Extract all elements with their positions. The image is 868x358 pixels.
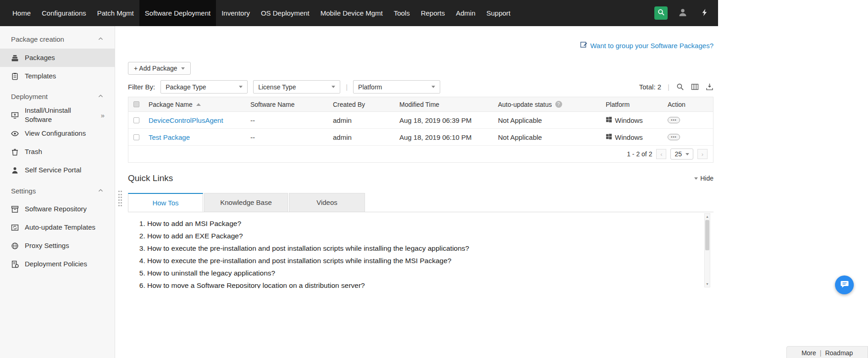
nav-home[interactable]: Home (7, 0, 36, 26)
sidebar-section-deployment[interactable]: Deployment (0, 85, 115, 106)
tab-how-tos[interactable]: How Tos (128, 193, 203, 212)
previous-page-button[interactable]: ‹ (656, 149, 666, 159)
table-search-icon[interactable] (676, 83, 684, 91)
action-cell: ••• (668, 134, 713, 140)
export-icon[interactable] (705, 83, 713, 91)
scroll-up-icon[interactable]: ▲ (705, 214, 710, 220)
sidebar-section-settings[interactable]: Settings (0, 180, 115, 200)
row-actions-icon[interactable]: ••• (668, 117, 680, 123)
filter-divider: | (346, 83, 348, 91)
how-tos-list: How to add an MSI Package? How to add an… (128, 220, 713, 288)
global-search-button[interactable] (654, 6, 668, 20)
roadmap-link[interactable]: Roadmap (825, 349, 853, 357)
sidebar-item-trash[interactable]: Trash (0, 143, 115, 161)
page-size-dropdown[interactable]: 25 (670, 149, 693, 160)
submenu-expand-icon[interactable]: » (101, 111, 105, 119)
license-type-dropdown[interactable]: License Type (253, 80, 340, 94)
column-chooser-icon[interactable] (691, 83, 699, 91)
more-link[interactable]: More (802, 349, 816, 357)
header-platform[interactable]: Platform (606, 101, 668, 108)
row-actions-icon[interactable]: ••• (668, 134, 680, 140)
sidebar-item-auto-update-templates[interactable]: Auto-update Templates (0, 219, 115, 237)
section-title: Settings (11, 187, 36, 195)
live-agent-button[interactable] (676, 6, 690, 20)
sidebar-item-packages[interactable]: Packages (0, 49, 115, 67)
tab-knowledge-base[interactable]: Knowledge Base (204, 193, 288, 212)
sidebar-item-self-service-portal[interactable]: Self Service Portal (0, 161, 115, 180)
header-created-by[interactable]: Created By (333, 101, 399, 108)
scrollbar-thumb[interactable] (705, 220, 709, 250)
group-packages-link[interactable]: Want to group your Software Packages? (590, 42, 713, 50)
sidebar-item-label: Install/Uninstall Software (25, 106, 95, 125)
search-icon (658, 9, 665, 18)
nav-configurations[interactable]: Configurations (36, 0, 92, 26)
chat-bubble-icon (840, 280, 849, 291)
section-title: Deployment (11, 93, 48, 100)
software-repository-icon (11, 205, 19, 213)
chevron-down-icon (694, 177, 698, 180)
sidebar-item-label: View Configurations (25, 129, 86, 138)
package-name-cell: DeviceControlPlusAgent (144, 116, 250, 124)
next-page-button[interactable]: › (697, 149, 708, 159)
sidebar-item-view-configurations[interactable]: View Configurations (0, 125, 115, 143)
row-checkbox[interactable] (133, 134, 139, 140)
sidebar-item-label: Templates (25, 72, 56, 81)
sidebar-item-label: Packages (25, 53, 55, 62)
package-type-dropdown[interactable]: Package Type (160, 80, 248, 94)
nav-reports[interactable]: Reports (415, 0, 451, 26)
tab-videos[interactable]: Videos (289, 193, 365, 212)
pagination-range: 1 - 2 of 2 (627, 150, 652, 158)
how-to-link[interactable]: How to move a Software Repository locati… (147, 281, 713, 288)
package-link[interactable]: DeviceControlPlusAgent (149, 116, 223, 124)
platform-cell: Windows (606, 116, 668, 124)
quick-actions-button[interactable] (698, 6, 712, 20)
nav-inventory[interactable]: Inventory (216, 0, 255, 26)
filter-by-label: Filter By: (128, 83, 155, 91)
how-to-link[interactable]: How to execute the pre-installation and … (147, 257, 713, 265)
nav-software-deployment[interactable]: Software Deployment (139, 0, 216, 26)
help-icon[interactable]: ? (555, 101, 562, 108)
panel-resize-grip[interactable] (118, 191, 122, 206)
sidebar-item-deployment-policies[interactable]: Deployment Policies (0, 255, 115, 274)
sidebar-item-install-uninstall-software[interactable]: Install/Uninstall Software » (0, 106, 115, 125)
nav-mobile-device-mgmt[interactable]: Mobile Device Mgmt (315, 0, 388, 26)
auto-update-status-cell: Not Applicable (498, 116, 606, 124)
vertical-scrollbar[interactable]: ▲ ▼ (704, 213, 710, 287)
hide-quick-links-link[interactable]: Hide (694, 175, 713, 182)
sidebar-item-proxy-settings[interactable]: Proxy Settings (0, 237, 115, 255)
nav-tools[interactable]: Tools (388, 0, 415, 26)
dropdown-value: Package Type (166, 83, 206, 91)
header-package-name[interactable]: Package Name (144, 101, 250, 108)
sidebar: Package creation Packages Templates Depl… (0, 26, 115, 358)
row-checkbox-cell (128, 117, 144, 123)
header-auto-update-status[interactable]: Auto-update status ? (498, 101, 606, 108)
header-software-name[interactable]: Software Name (250, 101, 333, 108)
sidebar-item-software-repository[interactable]: Software Repository (0, 200, 115, 219)
sidebar-item-label: Auto-update Templates (25, 223, 95, 232)
nav-os-deployment[interactable]: OS Deployment (255, 0, 315, 26)
sidebar-section-package-creation[interactable]: Package creation (0, 32, 115, 49)
footer-divider: | (820, 349, 822, 357)
trash-icon (11, 148, 19, 156)
nav-admin[interactable]: Admin (450, 0, 481, 26)
how-to-link[interactable]: How to uninstall the legacy applications… (147, 269, 713, 277)
package-link[interactable]: Test Package (149, 133, 190, 141)
chevron-up-icon (98, 35, 104, 43)
row-checkbox[interactable] (133, 117, 139, 123)
filter-bar: Filter By: Package Type License Type | P… (128, 80, 713, 94)
chevron-down-icon (431, 86, 435, 88)
chat-widget-button[interactable] (835, 275, 854, 294)
nav-support[interactable]: Support (481, 0, 516, 26)
select-all-checkbox[interactable] (133, 101, 139, 107)
sidebar-item-templates[interactable]: Templates (0, 67, 115, 85)
how-to-link[interactable]: How to add an EXE Package? (147, 232, 713, 240)
how-to-link[interactable]: How to add an MSI Package? (147, 220, 713, 228)
view-configurations-icon (11, 130, 19, 138)
nav-patch-mgmt[interactable]: Patch Mgmt (92, 0, 139, 26)
header-modified-time[interactable]: Modified Time (399, 101, 498, 108)
quick-links-header: Quick Links Hide (128, 173, 713, 183)
add-package-button[interactable]: + Add Package (128, 62, 191, 75)
scroll-down-icon[interactable]: ▼ (705, 281, 710, 287)
how-to-link[interactable]: How to execute the pre-installation and … (147, 244, 713, 253)
platform-dropdown[interactable]: Platform (353, 80, 440, 94)
